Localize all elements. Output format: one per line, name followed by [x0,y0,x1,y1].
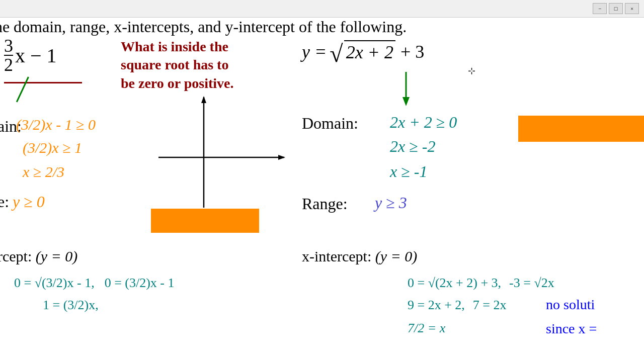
xcept-label-text: rcept: [0,248,32,264]
xcept-right-eq2a: 9 = 2x + 2, [408,298,465,313]
range-left-label: e: [0,193,9,211]
orange-block-right [518,116,644,142]
domain-left-eq3: x ≥ 2/3 [23,163,64,180]
xcept-eq1b: 0 = (3/2)x - 1 [105,276,175,291]
domain-left-eq2: (3/2)x ≥ 1 [23,139,82,156]
annotation-line2: square root has to [121,56,233,74]
range-right-expr-text: y ≥ 3 [375,194,407,212]
no-solution-label: no soluti [546,297,595,312]
since-x-label: since x = [546,321,597,336]
range-right-label-text: Range: [302,195,348,213]
svg-marker-1 [201,96,206,103]
coordinate-axes [153,92,289,213]
xcept-right-eq1a: 0 = √(2x + 2) + 3, [408,276,501,291]
xcept-eq2a: 1 = (3/2)x, [43,298,99,313]
left-expression: 3 2 x − 1 [4,37,57,74]
xcept-right-eq1b: -3 = √2x [509,276,554,291]
xcept-right-label-text: x-intercept: [302,248,371,264]
top-bar: − □ × [0,0,644,18]
xcept-left-label: rcept: (y = 0) [0,248,77,265]
minimize-button[interactable]: − [593,3,607,14]
domain-eq2-text: (3/2)x ≥ 1 [23,139,82,156]
svg-marker-5 [403,97,410,106]
green-arrow [398,72,414,109]
header-label: the domain, range, x-intercepts, and y-i… [0,18,407,36]
range-label-text: e: [0,193,9,211]
fraction-numerator: 3 [4,37,13,55]
domain-right-label-text: Domain: [302,114,358,132]
domain-right-eq1-text: 2x + 2 ≥ 0 [390,113,457,131]
fraction: 3 2 [4,37,13,74]
domain-right-eq1: 2x + 2 ≥ 0 [390,113,457,132]
xcept-right-eq3: 7/2 = x [408,321,445,335]
xcept-paren-left: (y = 0) [36,248,78,264]
sqrt-symbol: √ [330,44,343,64]
content-area: the domain, range, x-intercepts, and y-i… [0,18,644,362]
domain-right-eq3-text: x ≥ -1 [390,162,427,180]
xcept-right-eq1: 0 = √(2x + 2) + 3, -3 = √2x [408,276,554,291]
xcept-right-eq3: 7/2 = x [408,321,445,336]
main-page: − □ × the domain, range, x-intercepts, a… [0,0,644,362]
orange-block-center [151,209,259,233]
close-button[interactable]: × [625,3,639,14]
right-function: y = √ 2x + 2 + 3 [302,40,424,63]
xcept-left-eq1: 0 = √(3/2)x - 1, 0 = (3/2)x - 1 [14,276,175,291]
red-underline [4,82,82,83]
maximize-button[interactable]: □ [609,3,623,14]
sqrt-content: 2x + 2 [344,40,395,63]
svg-marker-3 [278,155,285,160]
range-right-expr: y ≥ 3 [375,194,407,212]
axes-container [153,92,289,215]
domain-left-eq1: (3/2)x - 1 ≥ 0 [16,116,96,133]
green-check-line [16,76,29,102]
no-solution-text: no soluti [546,297,595,313]
xcept-eq1a: 0 = √(3/2)x - 1, [14,276,95,291]
cursor-icon: ⊹ [468,65,478,75]
expr-tail: x − 1 [15,44,57,67]
domain-right-eq2-text: 2x ≥ -2 [390,137,435,155]
plus-3: + 3 [400,41,424,62]
since-x-text: since x = [546,321,597,337]
annotation-line1: What is inside the [121,38,233,56]
green-arrow-svg [398,72,414,107]
domain-eq3-text: x ≥ 2/3 [23,163,64,180]
range-left-expr: y ≥ 0 [13,193,45,211]
range-right-label: Range: [302,195,348,213]
xcept-right-label: x-intercept: (y = 0) [302,248,417,265]
domain-right-label: Domain: [302,114,358,133]
fraction-denominator: 2 [4,55,13,74]
domain-right-eq2: 2x ≥ -2 [390,137,435,156]
annotation-line3: be zero or positive. [121,74,233,93]
xcept-right-paren: (y = 0) [375,248,418,264]
domain-eq1-text: (3/2)x - 1 ≥ 0 [16,116,96,133]
range-expr-text: y ≥ 0 [13,193,45,211]
xcept-right-eq2b: 7 = 2x [473,298,507,313]
xcept-right-eq2: 9 = 2x + 2, 7 = 2x [408,298,507,313]
domain-right-eq3: x ≥ -1 [390,162,427,181]
annotation-box: What is inside the square root has to be… [121,38,233,93]
header-text: the domain, range, x-intercepts, and y-i… [0,18,407,36]
y-eq-label: y = [302,41,327,62]
xcept-left-eq2: 1 = (3/2)x, x = 2/3 [43,298,99,313]
